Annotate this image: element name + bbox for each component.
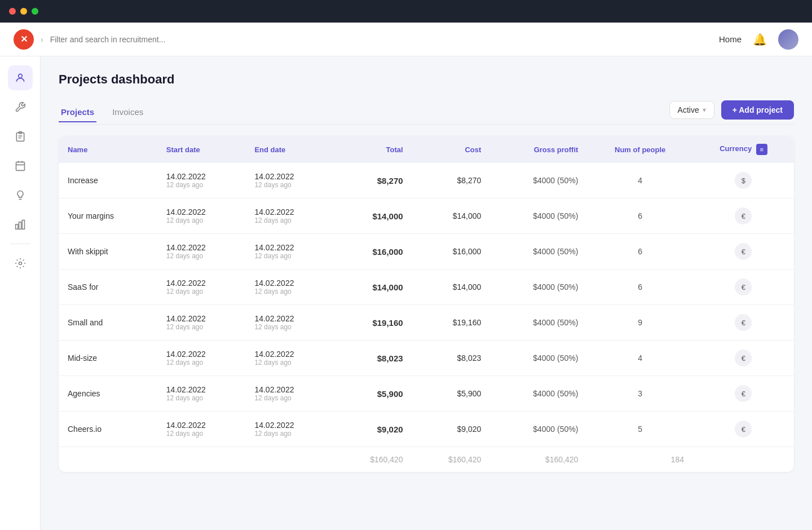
add-project-button[interactable]: + Add project — [721, 100, 794, 120]
tabs-toolbar: Projects Invoices Active ▾ + Add project — [59, 100, 794, 125]
topnav: ✕ › Home 🔔 — [0, 23, 812, 56]
sidebar-item-calendar[interactable] — [8, 153, 33, 178]
cell-total: $8,270 — [334, 163, 412, 198]
cell-currency: € — [693, 270, 794, 305]
svg-rect-5 — [16, 162, 24, 170]
footer-end — [245, 447, 334, 472]
currency-badge: € — [735, 207, 752, 224]
cell-currency: € — [693, 376, 794, 412]
cell-gross: $4000 (50%) — [490, 270, 587, 305]
cell-currency: € — [693, 412, 794, 447]
chevron-down-icon: ▾ — [703, 106, 706, 114]
cell-name: Small and — [59, 305, 157, 341]
table-row[interactable]: SaaS for 14.02.2022 12 days ago 14.02.20… — [59, 270, 794, 305]
table-footer-row: $160,420 $160,420 $160,420 184 — [59, 447, 794, 472]
cell-name: Mid-size — [59, 341, 157, 376]
cell-start-date: 14.02.2022 12 days ago — [157, 305, 246, 341]
cell-people: 6 — [587, 270, 693, 305]
cell-start-date: 14.02.2022 12 days ago — [157, 270, 246, 305]
col-header-people: Num of people — [587, 136, 693, 163]
cell-cost: $8,023 — [412, 341, 491, 376]
cell-start-date: 14.02.2022 12 days ago — [157, 412, 246, 447]
cell-people: 3 — [587, 376, 693, 412]
maximize-dot[interactable] — [32, 8, 38, 15]
currency-badge: € — [735, 243, 752, 260]
cell-gross: $4000 (50%) — [490, 305, 587, 341]
tab-projects[interactable]: Projects — [59, 103, 96, 122]
table-row[interactable]: With skippit 14.02.2022 12 days ago 14.0… — [59, 234, 794, 270]
col-header-cost: Cost — [412, 136, 491, 163]
table-row[interactable]: Your margins 14.02.2022 12 days ago 14.0… — [59, 198, 794, 234]
status-dropdown[interactable]: Active ▾ — [669, 101, 714, 119]
sidebar-item-person[interactable] — [8, 65, 33, 90]
cell-end-date: 14.02.2022 12 days ago — [245, 163, 334, 198]
cell-currency: € — [693, 198, 794, 234]
projects-table: Name Start date End date Total Cost Gros… — [59, 136, 794, 472]
cell-currency: € — [693, 234, 794, 270]
svg-point-12 — [19, 262, 21, 265]
col-header-gross: Gross proffit — [490, 136, 587, 163]
sidebar-item-bulb[interactable] — [8, 183, 33, 207]
table-row[interactable]: Cheers.io 14.02.2022 12 days ago 14.02.2… — [59, 412, 794, 447]
currency-filter-icon[interactable]: ≡ — [756, 144, 767, 155]
cell-cost: $5,900 — [412, 376, 491, 412]
search-input[interactable] — [50, 35, 712, 44]
cell-name: Agencies — [59, 376, 157, 412]
close-dot[interactable] — [9, 8, 16, 15]
home-link[interactable]: Home — [719, 34, 742, 44]
projects-table-container: Name Start date End date Total Cost Gros… — [59, 136, 794, 472]
currency-badge: € — [735, 421, 752, 438]
cell-end-date: 14.02.2022 12 days ago — [245, 412, 334, 447]
cell-gross: $4000 (50%) — [490, 234, 587, 270]
footer-gross: $160,420 — [490, 447, 587, 472]
col-header-end-date: End date — [245, 136, 334, 163]
sidebar-item-tools[interactable] — [8, 95, 33, 120]
footer-people: 184 — [587, 447, 693, 472]
notification-bell-icon[interactable]: 🔔 — [753, 33, 767, 46]
svg-rect-10 — [19, 222, 21, 229]
cell-gross: $4000 (50%) — [490, 341, 587, 376]
cell-name: With skippit — [59, 234, 157, 270]
cell-total: $19,160 — [334, 305, 412, 341]
cell-people: 9 — [587, 305, 693, 341]
cell-cost: $8,270 — [412, 163, 491, 198]
cell-gross: $4000 (50%) — [490, 163, 587, 198]
currency-badge: € — [735, 314, 752, 331]
sidebar-item-analytics[interactable] — [8, 212, 33, 237]
cell-cost: $19,160 — [412, 305, 491, 341]
footer-name — [59, 447, 157, 472]
cell-end-date: 14.02.2022 12 days ago — [245, 341, 334, 376]
table-row[interactable]: Small and 14.02.2022 12 days ago 14.02.2… — [59, 305, 794, 341]
table-row[interactable]: Increase 14.02.2022 12 days ago 14.02.20… — [59, 163, 794, 198]
cell-end-date: 14.02.2022 12 days ago — [245, 376, 334, 412]
col-header-total: Total — [334, 136, 412, 163]
table-row[interactable]: Agencies 14.02.2022 12 days ago 14.02.20… — [59, 376, 794, 412]
footer-cost: $160,420 — [412, 447, 491, 472]
cell-gross: $4000 (50%) — [490, 376, 587, 412]
cell-currency: $ — [693, 163, 794, 198]
currency-badge: $ — [735, 172, 752, 189]
sidebar-item-clipboard[interactable] — [8, 124, 33, 149]
avatar[interactable] — [778, 29, 798, 50]
table-row[interactable]: Mid-size 14.02.2022 12 days ago 14.02.20… — [59, 341, 794, 376]
col-header-start-date: Start date — [157, 136, 246, 163]
page-title: Projects dashboard — [59, 72, 794, 87]
minimize-dot[interactable] — [20, 8, 27, 15]
nav-right: Home 🔔 — [719, 29, 798, 50]
cell-currency: € — [693, 341, 794, 376]
cell-end-date: 14.02.2022 12 days ago — [245, 305, 334, 341]
cell-people: 4 — [587, 341, 693, 376]
titlebar — [0, 0, 812, 23]
cell-end-date: 14.02.2022 12 days ago — [245, 270, 334, 305]
cell-gross: $4000 (50%) — [490, 198, 587, 234]
status-label: Active — [678, 105, 699, 114]
col-header-currency: Currency ≡ — [693, 136, 794, 163]
cell-end-date: 14.02.2022 12 days ago — [245, 198, 334, 234]
cell-name: Cheers.io — [59, 412, 157, 447]
cell-name: Increase — [59, 163, 157, 198]
sidebar-item-settings[interactable] — [8, 251, 33, 276]
currency-badge: € — [735, 350, 752, 366]
tab-invoices[interactable]: Invoices — [110, 103, 145, 122]
sidebar-divider — [10, 244, 30, 244]
nav-chevron-icon[interactable]: › — [41, 35, 43, 44]
